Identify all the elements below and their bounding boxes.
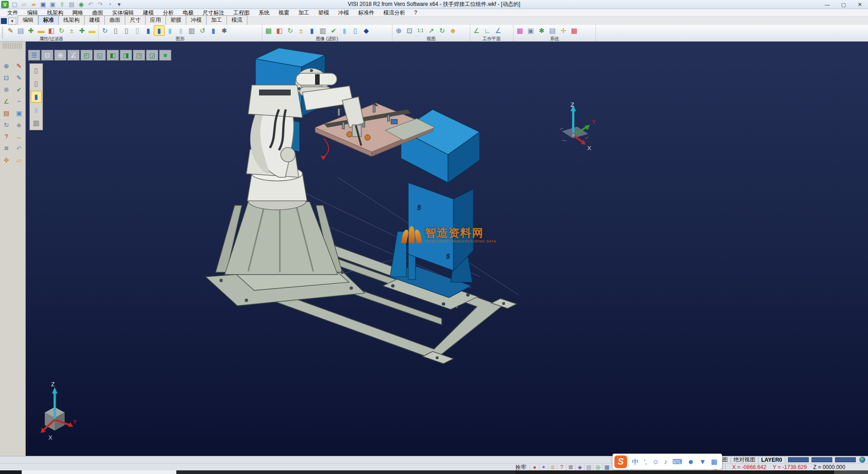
model-viewport[interactable]: 5 5 [26,42,868,456]
view-right[interactable]: ◨ [120,50,132,61]
ime-emoji[interactable]: ☺ [652,458,659,465]
toolbar-dropdown-button[interactable]: ▼ [8,18,16,25]
ucs-axes[interactable]: ∠ [67,50,80,61]
menu-item-18[interactable]: ? [410,9,422,16]
snap-record[interactable]: ● [530,464,539,471]
hide-all[interactable]: ▬ [87,25,98,36]
ime-user[interactable]: ☻ [687,458,694,465]
redo[interactable]: ↷ [96,0,104,9]
shade-copy[interactable]: ▮ [208,25,219,36]
hide-entities[interactable]: ▬ [36,25,47,36]
toolbar-tab-4[interactable]: 曲面 [104,15,125,25]
restore-button[interactable]: ▢ [835,0,852,9]
viewport-menu[interactable]: ☰ [28,50,40,61]
navigation-wheel[interactable]: ✜ [0,155,12,166]
erase-entities[interactable]: ✎ [13,61,25,71]
toolbar-tab-7[interactable]: 塑膜 [165,15,186,25]
rotate-view[interactable]: ↻ [437,25,448,36]
attribute-preview[interactable]: ▤ [16,25,26,36]
print-preview[interactable]: ◉ [77,0,85,9]
connection-globe-icon[interactable] [859,457,865,463]
view-isometric[interactable]: ■ [159,50,171,61]
grid-settings[interactable]: ▦ [569,25,580,36]
zoom-previous[interactable]: ⊕ [0,84,12,95]
dynamic-zoom[interactable]: ⊕ [0,61,12,71]
capture-image[interactable]: ◔ [105,0,114,9]
menu-item-16[interactable]: 标准件 [354,9,379,16]
toolbar-tab-5[interactable]: 尺寸 [125,15,146,25]
absolute-view-label[interactable]: 绝对视图 [734,456,755,464]
help[interactable]: ? [0,131,12,142]
vp-shade-hatched[interactable]: ▥ [31,117,42,129]
ime-voice[interactable]: ♪ [664,458,668,465]
new-view-window[interactable]: ▣ [13,108,25,118]
toolbar-tab-0[interactable]: 编辑 [18,15,38,25]
snap-box[interactable]: ◈ [575,464,584,471]
delete-entities[interactable]: ✖ [0,143,12,154]
zoom-1-1[interactable]: 1:1 [415,25,426,36]
vp-shade-wireframe[interactable]: ▯ [31,65,42,76]
workplane-by-points[interactable]: ∠ [493,25,504,36]
system-options[interactable]: ✱ [536,25,547,36]
edit-curve[interactable]: ✎ [13,72,25,83]
refresh-visibility[interactable]: ↻ [57,25,67,36]
zoom-in[interactable]: ⊕ [393,25,404,36]
view-left[interactable]: ◧ [107,50,119,61]
snap-disable[interactable]: ⊠ [566,464,575,471]
image-add-view[interactable]: ▦ [263,25,274,36]
workplane-on-entity[interactable]: ∟ [482,25,493,36]
open-file[interactable]: ▱ [20,0,28,9]
toolbar-tab-10[interactable]: 模流 [226,15,247,25]
toolbar-config[interactable]: ▤ [547,25,558,36]
ime-punctuation[interactable]: ’, [644,458,647,465]
menu-item-15[interactable]: 冲模 [334,9,354,16]
vp-shade-transparent[interactable]: ▮ [31,104,42,116]
save-file[interactable]: ▣ [39,0,47,9]
toolbar-tab-9[interactable]: 加工 [206,15,227,25]
sogou-logo-icon[interactable]: S [614,455,627,468]
show-all[interactable]: ✚ [77,25,87,36]
view-bottom[interactable]: ◱ [94,50,106,61]
dock-drag-handle[interactable] [3,43,23,49]
toolbar-tab-3[interactable]: 建模 [84,15,105,25]
print[interactable]: ▤ [67,0,76,9]
cylinder-wireframe[interactable]: ▯ [350,25,361,36]
menu-item-12[interactable]: 视窗 [274,9,294,16]
undo[interactable]: ↶ [86,0,95,9]
menu-item-13[interactable]: 加工 [294,9,314,16]
view-orientation[interactable]: ∠ [0,96,12,107]
new-file[interactable]: ▢ [10,0,19,9]
workplane-standard[interactable]: ∠ [471,25,482,36]
vp-shade-hidden[interactable]: ▯ [31,78,42,90]
shade-solid-edges[interactable]: ▮ [154,25,165,36]
validate-selection[interactable]: ✔ [13,84,25,95]
shade-solid[interactable]: ▮ [143,25,154,36]
menu-item-14[interactable]: 塑模 [314,9,334,16]
image-refresh[interactable]: ↻ [285,25,296,36]
quick-access-more[interactable]: ▾ [115,0,123,9]
view-top[interactable]: ◰ [80,50,93,61]
calculator[interactable]: ≣ [548,464,557,471]
vp-shade-solid[interactable]: ▮ [31,91,42,103]
image-traffic-light[interactable]: ◧ [274,25,285,36]
shade-hidden-dashed[interactable]: ▯ [132,25,143,36]
active-layer-label[interactable]: LAYER0 [761,457,782,463]
cylinder-marked[interactable]: ▮ [307,25,317,36]
open-recent[interactable]: ▱ [13,155,25,166]
ime-chinese-mode[interactable]: 中 [632,458,639,465]
save-all[interactable]: ⇧ [58,0,66,9]
graphics-refresh[interactable]: ↻ [99,25,110,36]
view-normal-face[interactable]: ☻ [448,25,458,36]
shade-flat[interactable]: ▮ [175,25,186,36]
modify-attributes[interactable]: ✎ [5,25,16,36]
toolbar-tab-6[interactable]: 应用 [145,15,166,25]
document-info[interactable]: ▤ [584,464,593,471]
toggle-visibility[interactable]: ± [66,25,77,36]
lock-toggle[interactable]: 拴牢 [515,464,526,471]
view-cube-solid[interactable]: ◆ [361,25,372,36]
ime-skin[interactable]: ▼ [699,458,706,465]
menu-item-11[interactable]: 系统 [254,9,274,16]
graphics-settings[interactable]: ✱ [219,25,230,36]
minimize-button[interactable]: — [819,0,835,9]
view-back[interactable]: ◲ [146,50,158,61]
